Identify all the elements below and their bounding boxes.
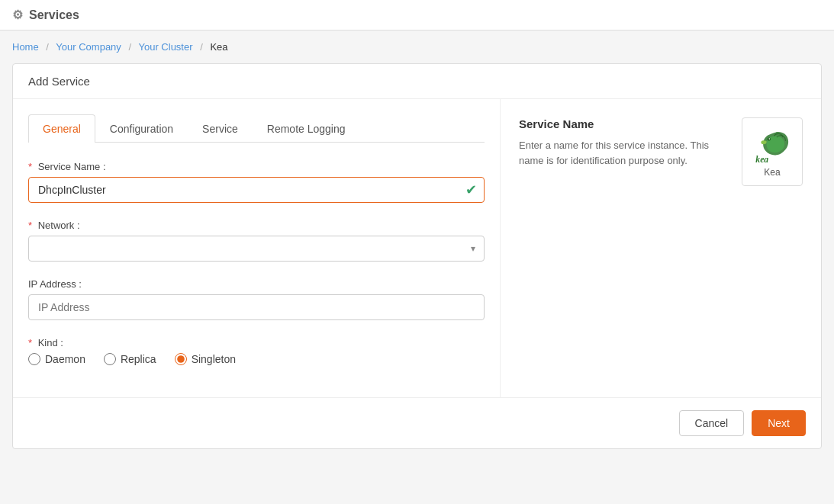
valid-checkmark-icon: ✔ bbox=[465, 181, 477, 198]
top-nav: ⚙ Services bbox=[0, 0, 834, 30]
svg-point-1 bbox=[768, 138, 770, 140]
info-title: Service Name bbox=[519, 117, 729, 130]
kind-daemon-radio[interactable] bbox=[28, 353, 40, 365]
network-label: * Network : bbox=[28, 220, 485, 231]
breadcrumb-sep-1: / bbox=[46, 41, 49, 53]
kind-daemon-label: Daemon bbox=[45, 353, 85, 365]
tab-configuration[interactable]: Configuration bbox=[95, 114, 188, 143]
kind-replica-label: Replica bbox=[121, 353, 156, 365]
next-button[interactable]: Next bbox=[752, 410, 806, 436]
ip-address-label: IP Address : bbox=[28, 278, 485, 290]
breadcrumb-sep-3: / bbox=[200, 41, 203, 53]
service-name-label: * Service Name : bbox=[28, 161, 485, 172]
info-description: Enter a name for this service instance. … bbox=[519, 138, 729, 168]
breadcrumb-home[interactable]: Home bbox=[12, 41, 39, 53]
breadcrumb-current: Kea bbox=[210, 41, 227, 53]
kind-group: * Kind : Daemon Replica bbox=[28, 337, 485, 365]
kind-label: * Kind : bbox=[28, 337, 485, 348]
kind-singleton-label: Singleton bbox=[192, 353, 236, 365]
kea-logo-box: kea Kea bbox=[742, 117, 803, 186]
form-area: General Configuration Service Remote Log… bbox=[13, 99, 501, 397]
kea-logo-svg: kea bbox=[753, 126, 791, 164]
kind-singleton-option[interactable]: Singleton bbox=[175, 353, 236, 365]
info-panel-content: Service Name Enter a name for this servi… bbox=[519, 117, 729, 168]
ip-address-input[interactable] bbox=[28, 294, 485, 320]
breadcrumb-cluster[interactable]: Your Cluster bbox=[138, 41, 192, 53]
service-name-input-wrapper: ✔ bbox=[28, 177, 485, 203]
tab-general[interactable]: General bbox=[28, 114, 95, 143]
kind-required: * bbox=[28, 337, 32, 348]
breadcrumb: Home / Your Company / Your Cluster / Kea bbox=[0, 30, 834, 63]
page-title: ⚙ Services bbox=[12, 8, 79, 22]
tab-remote-logging[interactable]: Remote Logging bbox=[253, 114, 360, 143]
footer-buttons: Cancel Next bbox=[13, 397, 821, 448]
network-select[interactable] bbox=[28, 236, 485, 262]
service-name-input[interactable] bbox=[28, 177, 485, 203]
add-service-card: Add Service General Configuration Servic… bbox=[12, 63, 822, 449]
gear-icon: ⚙ bbox=[12, 8, 23, 22]
service-name-required: * bbox=[28, 161, 32, 172]
main-content: Add Service General Configuration Servic… bbox=[0, 63, 834, 461]
tab-bar: General Configuration Service Remote Log… bbox=[28, 114, 485, 143]
service-name-group: * Service Name : ✔ bbox=[28, 161, 485, 203]
tab-service[interactable]: Service bbox=[188, 114, 253, 143]
breadcrumb-sep-2: / bbox=[128, 41, 131, 53]
svg-text:kea: kea bbox=[755, 155, 768, 164]
kind-singleton-radio[interactable] bbox=[175, 353, 187, 365]
card-header: Add Service bbox=[13, 64, 821, 99]
network-select-wrapper: ▾ bbox=[28, 236, 485, 262]
breadcrumb-company[interactable]: Your Company bbox=[56, 41, 121, 53]
cancel-button[interactable]: Cancel bbox=[679, 410, 745, 436]
kea-logo-label: Kea bbox=[764, 167, 780, 178]
kind-radio-group: Daemon Replica Singleton bbox=[28, 353, 485, 365]
info-panel: Service Name Enter a name for this servi… bbox=[501, 99, 821, 397]
kind-replica-option[interactable]: Replica bbox=[104, 353, 156, 365]
info-panel-top: Service Name Enter a name for this servi… bbox=[519, 117, 803, 186]
kind-daemon-option[interactable]: Daemon bbox=[28, 353, 85, 365]
card-body: General Configuration Service Remote Log… bbox=[13, 99, 821, 448]
network-group: * Network : ▾ bbox=[28, 220, 485, 262]
card-inner: General Configuration Service Remote Log… bbox=[13, 99, 821, 397]
kind-replica-radio[interactable] bbox=[104, 353, 116, 365]
ip-address-group: IP Address : bbox=[28, 278, 485, 320]
network-required: * bbox=[28, 220, 32, 231]
